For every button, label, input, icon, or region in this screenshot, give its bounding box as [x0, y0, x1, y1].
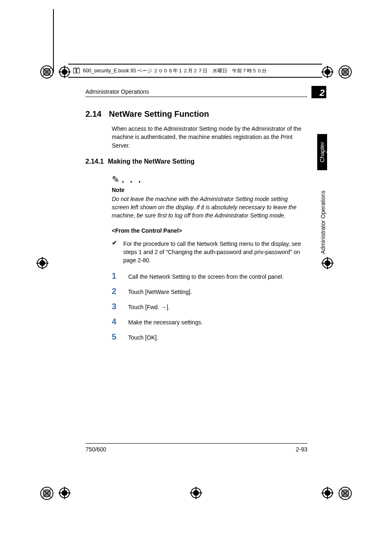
- step-row: 2 Touch [NetWare Setting].: [112, 287, 305, 296]
- section-heading: 2.14 NetWare Setting Function: [85, 109, 307, 119]
- check-icon: ✔: [112, 240, 118, 265]
- checklist-row: ✔ For the procedure to call the Network …: [112, 240, 305, 265]
- note-label: Note: [112, 187, 305, 193]
- side-section-label: Administrator Operations: [320, 180, 326, 254]
- rule: [85, 97, 307, 97]
- step-number: 4: [112, 317, 119, 326]
- checklist-text: For the procedure to call the Network Se…: [123, 240, 305, 265]
- book-icon: [72, 67, 81, 75]
- side-chapter-tab: Chapter 2: [317, 134, 327, 170]
- step-row: 1 Call the Network Setting to the screen…: [112, 271, 305, 281]
- footer-right: 2-93: [296, 446, 307, 453]
- step-number: 2: [112, 287, 119, 296]
- step-number: 5: [112, 332, 119, 342]
- page: 600_security_E.book 93 ページ ２００６年１２月２７日 水…: [0, 0, 392, 555]
- reg-vbar: [53, 9, 54, 73]
- reg-cross-icon: [321, 257, 334, 269]
- step-number: 3: [112, 302, 119, 311]
- reg-mark-icon: [39, 486, 54, 501]
- reg-cross-icon: [190, 487, 202, 499]
- section-title: NetWare Setting Function: [109, 109, 209, 119]
- section-intro: When access to the Administrator Setting…: [112, 125, 305, 150]
- step-text: Touch [OK].: [128, 334, 158, 341]
- reg-cross-icon: [321, 487, 334, 499]
- subsection-title: Making the NetWare Setting: [108, 158, 194, 165]
- panel-subhead: <From the Control Panel>: [112, 227, 307, 234]
- note-text: Do not leave the machine with the Admini…: [112, 195, 305, 220]
- reg-mark-icon: [338, 486, 353, 501]
- subsection-heading: 2.14.1 Making the NetWare Setting: [85, 158, 307, 165]
- step-row: 3 Touch [Fwd. →].: [112, 302, 305, 311]
- note-icon: ✎: [112, 174, 119, 185]
- subsection-number: 2.14.1: [85, 158, 104, 165]
- step-text: Touch [Fwd. →].: [128, 304, 170, 310]
- reg-cross-icon: [321, 66, 334, 78]
- content-area: Administrator Operations 2 2.14 NetWare …: [85, 88, 307, 347]
- page-footer: 750/600 2-93: [85, 443, 307, 453]
- note-icon-row: ✎ . . .: [112, 174, 305, 185]
- chapter-number-box: 2: [311, 86, 326, 98]
- step-text: Call the Network Setting to the screen f…: [128, 273, 284, 280]
- note-dots: . . .: [122, 174, 143, 185]
- reg-mark-icon: [39, 65, 54, 79]
- step-text: Touch [NetWare Setting].: [128, 289, 192, 295]
- docfile-header: 600_security_E.book 93 ページ ２００６年１２月２７日 水…: [68, 64, 322, 78]
- note-block: ✎ . . . Note Do not leave the machine wi…: [112, 174, 305, 220]
- step-text: Make the necessary settings.: [128, 319, 203, 326]
- section-number: 2.14: [85, 109, 101, 119]
- running-head: Administrator Operations: [85, 88, 307, 95]
- step-row: 5 Touch [OK].: [112, 332, 305, 342]
- reg-mark-icon: [338, 65, 353, 79]
- docfile-text: 600_security_E.book 93 ページ ２００６年１２月２７日 水…: [83, 67, 267, 74]
- step-row: 4 Make the necessary settings.: [112, 317, 305, 326]
- reg-cross-icon: [58, 487, 71, 499]
- reg-cross-icon: [36, 257, 48, 269]
- step-number: 1: [112, 271, 119, 281]
- footer-left: 750/600: [85, 446, 106, 453]
